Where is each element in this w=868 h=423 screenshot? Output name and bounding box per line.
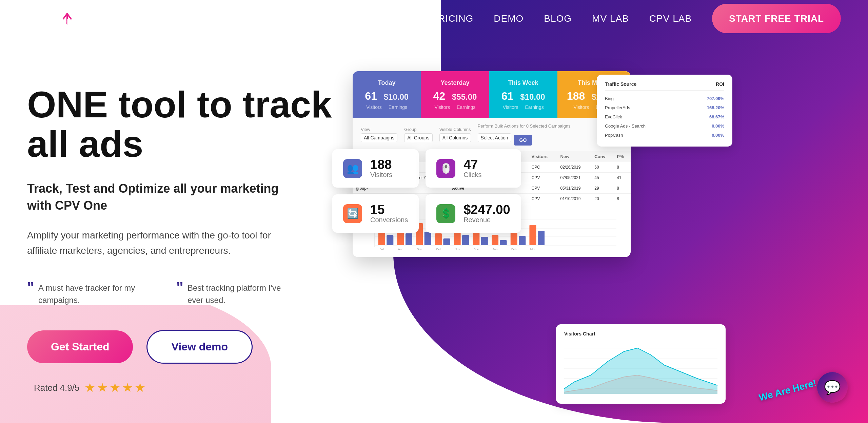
nav-pricing-link[interactable]: PRICING — [432, 13, 474, 24]
svg-rect-25 — [538, 231, 545, 245]
td-bidding3: CPV — [528, 183, 557, 194]
th-new: New — [557, 151, 591, 162]
traffic-roi-evoclick: 68.67% — [709, 114, 724, 119]
traffic-roi-popcash: 0.00% — [712, 133, 724, 138]
hero-left: ONE tool to track all ads Track, Test an… — [27, 64, 332, 395]
nav-product[interactable]: PRODUCT ▾ — [355, 13, 411, 24]
metric-cards: 👥 188 Visitors 🖱️ 47 Clicks 🔄 — [332, 149, 502, 233]
star-5: ★ — [135, 381, 145, 395]
hero-section: ONE tool to track all ads Track, Test an… — [0, 37, 868, 410]
nav-product-link[interactable]: PRODUCT ▾ — [355, 13, 411, 24]
get-started-button[interactable]: Get Started — [27, 330, 133, 363]
traffic-roi-header: ROI — [716, 81, 724, 87]
nav-product-label: PRODUCT — [355, 13, 405, 24]
traffic-source-bing: Bing — [605, 96, 614, 101]
svg-text:Sep: Sep — [417, 247, 422, 250]
metric-visitors-text: 188 Visitors — [370, 158, 392, 179]
go-button[interactable]: GO — [514, 135, 532, 146]
stat-week-period: This Week — [499, 79, 548, 86]
filter-group-select[interactable]: All Groups — [404, 133, 432, 142]
navbar: CPV ONE PRODUCT ▾ PRICING DEMO BLOG MV L… — [0, 0, 868, 37]
start-free-trial-button[interactable]: START FREE TRIAL — [712, 4, 841, 33]
nav-cta[interactable]: START FREE TRIAL — [712, 13, 841, 24]
chevron-down-icon: ▾ — [408, 15, 411, 23]
td-date4: 01/10/2019 — [557, 194, 591, 204]
traffic-source-popcash: PopCash — [605, 133, 623, 138]
nav-cpv-lab-link[interactable]: CPV LAB — [649, 13, 692, 24]
dashboard-container: Today 61 $10.00 Visitors Earnings Yester… — [353, 71, 658, 393]
chat-bubble[interactable]: 💬 — [817, 372, 848, 403]
filter-group-group: Group All Groups — [404, 127, 432, 142]
stat-today-earn: $10.00 — [384, 92, 409, 102]
traffic-title: Traffic Source — [605, 81, 636, 87]
traffic-source-evoclick: EvoClick — [605, 114, 622, 119]
stat-yesterday: Yesterday 42 $55.00 Visitors Earnings — [421, 71, 489, 118]
filter-action-select[interactable]: Select Action — [478, 133, 511, 142]
revenue-label: Revenue — [463, 216, 510, 224]
svg-rect-24 — [529, 225, 536, 245]
filter-bulk-group: Perform Bulk Actions for 0 Selected Camp… — [478, 123, 572, 146]
td-visitors2: 45 — [591, 173, 613, 183]
conversions-num: 15 — [370, 203, 408, 216]
td-new4: 8 — [613, 194, 631, 204]
td-bidding4: CPV — [528, 194, 557, 204]
svg-text:Aug: Aug — [398, 247, 403, 250]
stat-week-earn: $10.00 — [520, 92, 545, 102]
rating-text: Rated 4.9/5 — [34, 383, 79, 393]
stat-yesterday-earnings-lbl: Earnings — [457, 104, 475, 110]
nav-demo[interactable]: DEMO — [494, 13, 524, 24]
svg-text:CPV: CPV — [31, 11, 60, 27]
stat-yesterday-period: Yesterday — [430, 79, 479, 86]
traffic-row-popcash: PopCash 0.00% — [605, 131, 724, 140]
star-1: ★ — [84, 381, 95, 395]
filter-bulk-label: Perform Bulk Actions for 0 Selected Camp… — [478, 123, 572, 129]
revenue-num: $247.00 — [463, 203, 510, 216]
star-4: ★ — [122, 381, 133, 395]
nav-blog[interactable]: BLOG — [544, 13, 572, 24]
svg-rect-21 — [500, 240, 507, 245]
svg-text:Jan: Jan — [493, 247, 498, 250]
metric-clicks-text: 47 Clicks — [463, 158, 481, 179]
stat-yesterday-num: 42 — [433, 90, 445, 102]
conversions-icon: 🔄 — [343, 204, 362, 223]
clicks-num: 47 — [463, 158, 481, 171]
quotes-row: " A must have tracker for my campaigns. … — [27, 282, 332, 306]
hero-description: Amplify your marketing performance with … — [27, 228, 285, 258]
filter-cols-select[interactable]: All Columns — [439, 133, 471, 142]
svg-rect-20 — [492, 235, 498, 245]
nav-mv-lab[interactable]: MV LAB — [592, 13, 629, 24]
td-bidding2: CPV — [528, 173, 557, 183]
star-3: ★ — [110, 381, 120, 395]
traffic-row-google: Google Ads - Search 0.00% — [605, 121, 724, 131]
svg-text:Nov: Nov — [455, 247, 460, 250]
view-demo-button[interactable]: View demo — [146, 330, 253, 364]
traffic-row-propeller: PropellerAds 168.20% — [605, 103, 724, 112]
td-date2: 07/05/2021 — [557, 173, 591, 183]
filter-cols-label: Visible Columns — [439, 127, 471, 132]
star-2: ★ — [97, 381, 108, 395]
th-percent: P% — [613, 151, 631, 162]
nav-cpv-lab[interactable]: CPV LAB — [649, 13, 692, 24]
conversions-label: Conversions — [370, 216, 408, 224]
nav-demo-link[interactable]: DEMO — [494, 13, 524, 24]
stat-this-week: This Week 61 $10.00 Visitors Earnings — [489, 71, 557, 118]
logo[interactable]: CPV ONE — [27, 7, 75, 31]
stat-month-num: 188 — [567, 90, 585, 102]
filter-view-select[interactable]: All Campaigns — [361, 133, 397, 142]
nav-mv-lab-link[interactable]: MV LAB — [592, 13, 629, 24]
nav-blog-link[interactable]: BLOG — [544, 13, 572, 24]
stats-bar: Today 61 $10.00 Visitors Earnings Yester… — [353, 71, 631, 118]
svg-rect-14 — [435, 233, 442, 245]
svg-text:Mar: Mar — [530, 247, 536, 250]
stat-yesterday-earn: $55.00 — [452, 92, 477, 102]
visitors-icon: 👥 — [343, 159, 362, 178]
svg-text:Dec: Dec — [473, 247, 479, 250]
metric-clicks: 🖱️ 47 Clicks — [426, 149, 521, 188]
svg-text:Jul: Jul — [380, 247, 384, 250]
visitors-chart-svg — [564, 341, 717, 396]
traffic-roi-propeller: 168.20% — [707, 105, 724, 110]
traffic-row-bing: Bing 707.09% — [605, 94, 724, 103]
traffic-header: Traffic Source ROI — [605, 81, 724, 91]
traffic-roi-bing: 707.09% — [707, 96, 724, 101]
nav-pricing[interactable]: PRICING — [432, 13, 474, 24]
